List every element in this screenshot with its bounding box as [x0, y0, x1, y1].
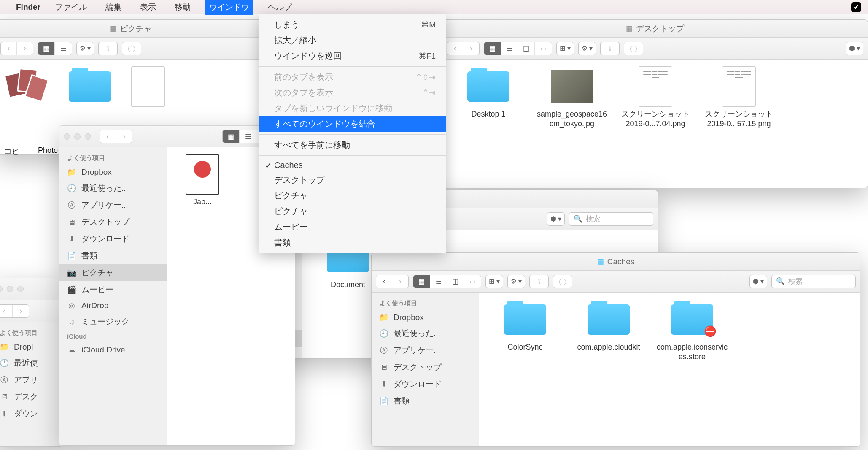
icon-view-icon[interactable]: ▦: [484, 42, 501, 55]
sidebar-item[interactable]: ♫ミュージック: [59, 313, 167, 330]
sidebar-item[interactable]: Ⓐアプリ: [0, 371, 62, 388]
nav-arrows[interactable]: ‹›: [0, 304, 29, 318]
arrange-group[interactable]: ⊞ ▾: [556, 42, 574, 55]
nav-arrows[interactable]: ‹›: [0, 42, 33, 55]
back-icon[interactable]: ‹: [376, 275, 392, 288]
action-group[interactable]: ⚙ ▾: [76, 42, 94, 55]
dropbox-group[interactable]: ⬢ ▾: [846, 42, 863, 55]
file-item[interactable]: com.apple.iconservices.store: [656, 301, 728, 361]
column-view-icon[interactable]: ◫: [447, 275, 464, 288]
app-name[interactable]: Finder: [16, 3, 40, 12]
icon-view-icon[interactable]: ▦: [413, 275, 430, 288]
menu-edit[interactable]: 編集: [101, 0, 126, 15]
sidebar-item[interactable]: 📄書類: [59, 247, 167, 264]
gallery-view-icon[interactable]: ▭: [535, 42, 552, 55]
gallery-view-icon[interactable]: ▭: [464, 275, 481, 288]
file-item[interactable]: ColorSync: [489, 301, 561, 361]
action-group[interactable]: ⚙ ▾: [578, 42, 596, 55]
view-switcher[interactable]: ▦☰: [38, 42, 72, 55]
file-item[interactable]: sample_geospace16cm_tokyo.jpg: [536, 68, 608, 128]
sidebar-item[interactable]: ⬇ダウンロード: [372, 376, 479, 393]
sidebar-item[interactable]: Ⓐアプリケー...: [59, 197, 167, 214]
search-input[interactable]: 🔍検索: [569, 212, 653, 226]
sidebar-item[interactable]: ⬇ダウンロード: [59, 230, 167, 247]
sidebar-item[interactable]: 📁Dropbox: [372, 310, 479, 325]
menu-item[interactable]: しまう⌘M: [259, 17, 446, 33]
titlebar[interactable]: ▦ デスクトップ: [442, 20, 868, 38]
sidebar-item[interactable]: 🖥デスクトップ: [59, 214, 167, 230]
file-item[interactable]: Jap...: [177, 156, 228, 207]
menu-item[interactable]: 書類: [259, 235, 446, 250]
file-item[interactable]: com.apple.cloudkit: [573, 301, 644, 361]
forward-icon[interactable]: ›: [463, 42, 479, 55]
share-button[interactable]: ⇪: [98, 42, 118, 55]
arrange-icon[interactable]: ⊞ ▾: [557, 42, 574, 55]
content-area[interactable]: ColorSynccom.apple.cloudkitcom.apple.ico…: [479, 293, 860, 446]
menu-item[interactable]: ピクチャ: [259, 188, 446, 203]
sidebar-item[interactable]: 🎬ムービー: [59, 281, 167, 298]
file-item[interactable]: ▬▬▬ ▬▬ ▬▬▬▬ ▬▬▬ ▬▬ ▬▬▬▬ ▬▬▬スクリーンショット 201…: [620, 68, 691, 128]
arrange-icon[interactable]: ⊞ ▾: [486, 275, 503, 288]
file-item[interactable]: [131, 68, 165, 109]
menu-help[interactable]: ヘルプ: [264, 0, 296, 15]
menu-item[interactable]: デスクトップ: [259, 172, 446, 188]
dropbox-group[interactable]: ⬢ ▾: [749, 275, 767, 288]
content-area[interactable]: Desktop 1sample_geospace16cm_tokyo.jpg▬▬…: [442, 60, 868, 188]
sidebar-item[interactable]: 🖥デスクトップ: [372, 359, 479, 376]
dropbox-icon[interactable]: ⬢ ▾: [750, 275, 767, 288]
menu-item[interactable]: すべてを手前に移動: [259, 137, 446, 153]
list-view-icon[interactable]: ☰: [501, 42, 518, 55]
icon-view-icon[interactable]: ▦: [223, 130, 240, 143]
nav-arrows[interactable]: ‹›: [447, 42, 480, 55]
menu-view[interactable]: 表示: [136, 0, 160, 15]
menu-item[interactable]: 拡大／縮小: [259, 33, 446, 48]
menu-item[interactable]: ピクチャ: [259, 203, 446, 219]
sidebar-item[interactable]: 📁Dropl: [0, 339, 62, 355]
sidebar-item[interactable]: 📁Dropbox: [59, 165, 167, 180]
gear-icon[interactable]: ⚙ ▾: [579, 42, 596, 55]
menu-item[interactable]: Caches: [259, 158, 446, 172]
sidebar-item[interactable]: ◎AirDrop: [59, 298, 167, 313]
menu-window[interactable]: ウインドウ: [205, 0, 253, 15]
column-view-icon[interactable]: ◫: [518, 42, 535, 55]
sidebar-item[interactable]: ⬇ダウン: [0, 405, 62, 422]
titlebar[interactable]: ▦ ピクチャ: [0, 20, 265, 38]
file-item[interactable]: [60, 68, 119, 109]
sidebar-item[interactable]: 🖥デスク: [0, 388, 62, 405]
dropbox-icon[interactable]: ⬢ ▾: [547, 213, 564, 225]
list-view-icon[interactable]: ☰: [240, 130, 256, 143]
arrange-group[interactable]: ⊞ ▾: [485, 275, 503, 288]
sidebar-item[interactable]: 📷ピクチャ: [59, 264, 167, 281]
file-item[interactable]: Desktop 1: [453, 68, 524, 128]
menu-item[interactable]: ウインドウを巡回⌘F1: [259, 48, 446, 64]
icon-view-icon[interactable]: ▦: [38, 42, 55, 55]
tag-button[interactable]: ◯: [122, 42, 141, 55]
dropbox-icon[interactable]: ⬢ ▾: [846, 42, 863, 55]
list-view-icon[interactable]: ☰: [55, 42, 72, 55]
file-item[interactable]: [6, 68, 49, 109]
content-area[interactable]: [0, 60, 265, 118]
share-button[interactable]: ⇪: [529, 275, 549, 288]
back-icon[interactable]: ‹: [447, 42, 463, 55]
nav-arrows[interactable]: ‹›: [100, 130, 132, 143]
sidebar-item[interactable]: ☁iCloud Drive: [59, 342, 167, 358]
traffic-lights[interactable]: [64, 133, 91, 140]
nav-arrows[interactable]: ‹›: [376, 275, 409, 288]
action-group[interactable]: ⚙ ▾: [507, 275, 525, 288]
traffic-lights[interactable]: [0, 286, 24, 292]
gear-icon[interactable]: ⚙ ▾: [508, 275, 525, 288]
sidebar-item[interactable]: 🕘最近使: [0, 355, 62, 371]
sidebar-item[interactable]: Ⓐアプリケー...: [372, 342, 479, 359]
tag-button[interactable]: ◯: [624, 42, 643, 55]
sidebar-item[interactable]: 🕘最近使った...: [59, 180, 167, 197]
menu-item[interactable]: すべてのウインドウを結合: [259, 116, 446, 132]
share-button[interactable]: ⇪: [600, 42, 620, 55]
file-item[interactable]: ▬▬▬ ▬▬ ▬▬▬▬ ▬▬▬ ▬▬ ▬▬▬▬ ▬▬▬スクリーンショット 201…: [703, 68, 775, 128]
gear-icon[interactable]: ⚙ ▾: [77, 42, 94, 55]
list-view-icon[interactable]: ☰: [430, 275, 447, 288]
sidebar-item[interactable]: 📄書類: [372, 393, 479, 409]
forward-icon[interactable]: ›: [392, 275, 408, 288]
view-switcher[interactable]: ▦ ☰ ◫ ▭: [413, 275, 481, 288]
status-shield-icon[interactable]: ✔: [851, 2, 861, 12]
menu-go[interactable]: 移動: [170, 0, 195, 15]
